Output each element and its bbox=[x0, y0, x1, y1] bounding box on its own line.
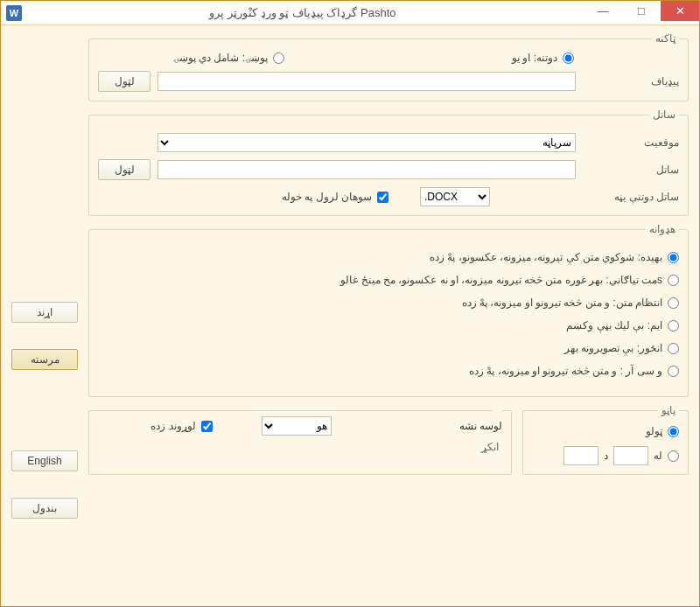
pages-all-label: ټولو bbox=[646, 425, 662, 437]
pdf-label: پيډياف bbox=[583, 75, 679, 87]
pages-from-input[interactable] bbox=[613, 446, 648, 465]
location-label: موقعيت bbox=[583, 136, 679, 149]
side-buttons: اړند مرسته English بندول bbox=[11, 302, 78, 545]
english-button[interactable]: English bbox=[11, 450, 78, 471]
pages-legend: پاڼو bbox=[658, 404, 679, 416]
source-folder-label: پوښۍ: شامل دي پوښۍ bbox=[173, 52, 268, 64]
option-continuous-label: sمت تیاګاني: بهر غوره متن څخه تیرونه میز… bbox=[340, 274, 662, 286]
option-continuous[interactable]: sمت تیاګاني: بهر غوره متن څخه تیرونه میز… bbox=[98, 274, 679, 286]
option-formatted-input[interactable] bbox=[668, 297, 679, 309]
option-images-input[interactable] bbox=[668, 343, 679, 354]
source-folder-radio[interactable]: پوښۍ: شامل دي پوښۍ bbox=[173, 52, 284, 64]
maximize-button[interactable]: □ bbox=[622, 1, 661, 21]
save-label: ساتل bbox=[583, 164, 679, 176]
option-flowing-input[interactable] bbox=[668, 252, 679, 263]
option-flowing-label: بهيده: شوکوي متن کې تیرونه، میزونه، عکسو… bbox=[430, 251, 662, 263]
options-group: هډوانه بهيده: شوکوي متن کې تیرونه، میزون… bbox=[88, 223, 689, 397]
window-title: گرډاک پيډياف ټو ورډ كنْورټر پرو Pashto bbox=[22, 6, 584, 19]
titlebar: W گرډاک پيډياف ټو ورډ كنْورټر پرو Pashto… bbox=[1, 1, 699, 25]
option-formatted[interactable]: انتظام متن: و متن څخه تیرونو او میزونه، … bbox=[98, 297, 679, 309]
save-browse-button[interactable]: لټول bbox=[98, 159, 150, 180]
format-label: ساتل دوتنې بڼه bbox=[583, 191, 679, 203]
input-legend: ټاکنه bbox=[652, 32, 679, 45]
main-content: ټاکنه دوتنه: او یو پوښۍ: شامل دي پوښۍ پي… bbox=[88, 32, 689, 597]
open-after-check[interactable]: سوهان لرول په خوله bbox=[282, 191, 388, 203]
exit-button[interactable]: بندول bbox=[11, 498, 78, 519]
output-group: ساتل موقعيت سرپاڼه ساتل لټول ساتل دوتنې … bbox=[88, 108, 689, 216]
pages-to-label: د bbox=[604, 450, 608, 462]
option-ocr-label: و سی آر : و متن څخه تیرونو او میزونه، په… bbox=[469, 365, 662, 377]
source-file-radio[interactable]: دوتنه: او یو bbox=[512, 52, 574, 64]
pages-all-input[interactable] bbox=[668, 426, 679, 437]
app-icon: W bbox=[6, 5, 22, 21]
log-label: انکړ bbox=[98, 441, 499, 453]
pages-all[interactable]: ټولو bbox=[532, 425, 679, 437]
pages-from-label: له bbox=[654, 450, 662, 462]
option-ocr-input[interactable] bbox=[668, 366, 679, 377]
option-continuous-input[interactable] bbox=[668, 275, 679, 286]
option-images[interactable]: انځور: بې تصويرونه بهر bbox=[98, 342, 679, 354]
pages-range[interactable]: له bbox=[654, 450, 679, 462]
source-type-row: دوتنه: او یو پوښۍ: شامل دي پوښۍ bbox=[98, 52, 679, 64]
pdf-browse-button[interactable]: لټول bbox=[98, 71, 150, 92]
minimize-button[interactable]: — bbox=[584, 1, 622, 21]
location-select[interactable]: سرپاڼه bbox=[158, 133, 576, 152]
option-plain[interactable]: ایم: بې لیك بڼې وکښم bbox=[98, 319, 679, 331]
output-legend: ساتل bbox=[649, 108, 679, 121]
save-path-row: ساتل لټول bbox=[98, 159, 679, 180]
format-select[interactable]: .DOCX bbox=[420, 187, 490, 206]
source-file-input[interactable] bbox=[563, 52, 574, 64]
open-after-input[interactable] bbox=[377, 192, 388, 203]
help-button[interactable]: مرسته bbox=[11, 349, 78, 370]
option-ocr[interactable]: و سی آر : و متن څخه تیرونو او میزونه، په… bbox=[98, 365, 679, 377]
pages-group: پاڼو ټولو له د bbox=[522, 404, 689, 475]
option-formatted-label: انتظام متن: و متن څخه تیرونو او میزونه، … bbox=[462, 297, 662, 309]
pages-range-input[interactable] bbox=[668, 450, 679, 462]
save-path-input[interactable] bbox=[158, 160, 576, 179]
pdf-path-row: پيډياف لټول bbox=[98, 71, 679, 92]
bottom-row: پاڼو ټولو له د bbox=[88, 404, 689, 482]
format-row: ساتل دوتنې بڼه .DOCX سوهان لرول په خوله bbox=[98, 187, 679, 206]
window-controls: — □ ✕ bbox=[584, 1, 699, 24]
option-images-label: انځور: بې تصويرونه بهر bbox=[564, 342, 662, 354]
pdf-path-input[interactable] bbox=[158, 72, 576, 91]
option-flowing[interactable]: بهيده: شوکوي متن کې تیرونه، میزونه، عکسو… bbox=[98, 251, 679, 263]
options-legend: هډوانه bbox=[646, 223, 679, 235]
hyperlink-input[interactable] bbox=[201, 421, 213, 432]
watermark-label: لوسه نشه bbox=[459, 420, 502, 432]
misc-group: . لوسه نشه هو لوړوند زده انکړ bbox=[88, 404, 512, 475]
start-button[interactable]: اړند bbox=[11, 302, 78, 323]
input-group: ټاکنه دوتنه: او یو پوښۍ: شامل دي پوښۍ پي… bbox=[88, 32, 689, 101]
source-folder-input[interactable] bbox=[273, 52, 284, 64]
hyperlink-label: لوړوند زده bbox=[150, 420, 195, 432]
pages-to-input[interactable] bbox=[564, 446, 598, 465]
location-row: موقعيت سرپاڼه bbox=[98, 133, 679, 152]
option-plain-label: ایم: بې لیك بڼې وکښم bbox=[566, 319, 662, 331]
open-after-label: سوهان لرول په خوله bbox=[282, 191, 372, 203]
hyperlink-check[interactable]: لوړوند زده bbox=[150, 420, 212, 432]
client-area: ټاکنه دوتنه: او یو پوښۍ: شامل دي پوښۍ پي… bbox=[1, 25, 699, 606]
source-file-label: دوتنه: او یو bbox=[512, 52, 557, 64]
option-plain-input[interactable] bbox=[668, 320, 679, 331]
app-window: W گرډاک پيډياف ټو ورډ كنْورټر پرو Pashto… bbox=[0, 0, 700, 607]
close-button[interactable]: ✕ bbox=[661, 1, 699, 21]
options-list: بهيده: شوکوي متن کې تیرونه، میزونه، عکسو… bbox=[98, 251, 679, 377]
watermark-select[interactable]: هو bbox=[262, 416, 332, 436]
